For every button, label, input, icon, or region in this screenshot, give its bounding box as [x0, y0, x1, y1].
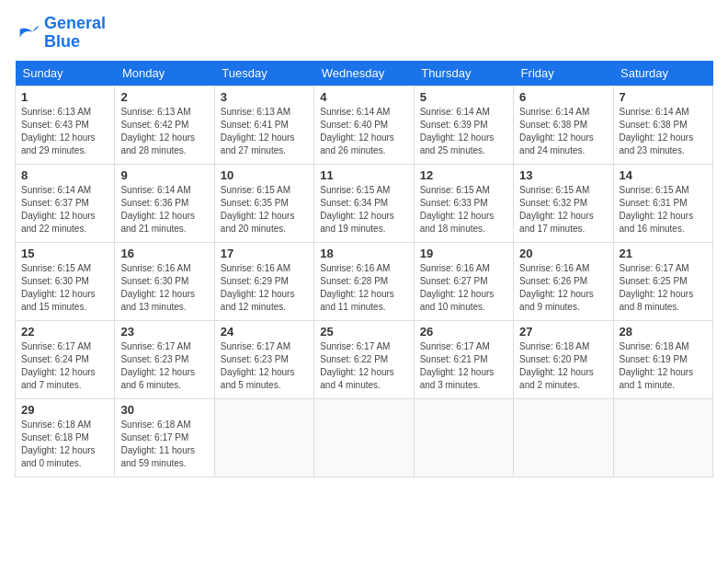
day-number: 26 — [420, 325, 507, 339]
day-number: 3 — [221, 90, 308, 104]
calendar-cell: 26 Sunrise: 6:17 AM Sunset: 6:21 PM Dayl… — [414, 320, 513, 398]
day-info: Sunrise: 6:16 AM Sunset: 6:26 PM Dayligh… — [519, 262, 607, 314]
day-number: 8 — [21, 168, 108, 182]
day-number: 6 — [519, 90, 607, 104]
calendar-cell: 3 Sunrise: 6:13 AM Sunset: 6:41 PM Dayli… — [214, 86, 313, 164]
calendar-cell: 1 Sunrise: 6:13 AM Sunset: 6:43 PM Dayli… — [16, 86, 115, 164]
calendar-week-row: 29 Sunrise: 6:18 AM Sunset: 6:18 PM Dayl… — [16, 398, 713, 477]
calendar-week-row: 22 Sunrise: 6:17 AM Sunset: 6:24 PM Dayl… — [16, 320, 713, 398]
day-info: Sunrise: 6:18 AM Sunset: 6:20 PM Dayligh… — [519, 340, 607, 392]
calendar-table: SundayMondayTuesdayWednesdayThursdayFrid… — [15, 61, 713, 477]
calendar-cell: 22 Sunrise: 6:17 AM Sunset: 6:24 PM Dayl… — [16, 320, 115, 398]
day-number: 16 — [120, 247, 208, 260]
day-info: Sunrise: 6:17 AM Sunset: 6:21 PM Dayligh… — [420, 340, 507, 392]
day-number: 12 — [420, 168, 507, 182]
day-info: Sunrise: 6:16 AM Sunset: 6:28 PM Dayligh… — [320, 262, 407, 314]
calendar-weekday-friday: Friday — [514, 61, 613, 86]
day-number: 28 — [620, 325, 707, 339]
logo-line1: General — [44, 15, 106, 33]
day-info: Sunrise: 6:17 AM Sunset: 6:25 PM Dayligh… — [620, 262, 707, 314]
calendar-week-row: 15 Sunrise: 6:15 AM Sunset: 6:30 PM Dayl… — [16, 242, 713, 320]
calendar-cell: 21 Sunrise: 6:17 AM Sunset: 6:25 PM Dayl… — [613, 242, 712, 320]
calendar-cell — [414, 398, 513, 477]
day-number: 30 — [120, 403, 208, 417]
page-header: General Blue — [15, 15, 713, 52]
calendar-cell: 25 Sunrise: 6:17 AM Sunset: 6:22 PM Dayl… — [314, 320, 414, 398]
day-number: 2 — [120, 90, 208, 104]
day-number: 1 — [21, 90, 108, 104]
day-info: Sunrise: 6:15 AM Sunset: 6:34 PM Dayligh… — [320, 184, 407, 236]
day-number: 9 — [120, 168, 208, 182]
day-info: Sunrise: 6:16 AM Sunset: 6:27 PM Dayligh… — [420, 262, 507, 314]
calendar-cell: 14 Sunrise: 6:15 AM Sunset: 6:31 PM Dayl… — [613, 164, 712, 242]
calendar-weekday-tuesday: Tuesday — [214, 61, 313, 86]
calendar-cell — [613, 398, 712, 477]
calendar-weekday-thursday: Thursday — [414, 61, 513, 86]
day-info: Sunrise: 6:14 AM Sunset: 6:39 PM Dayligh… — [420, 106, 507, 157]
calendar-week-row: 8 Sunrise: 6:14 AM Sunset: 6:37 PM Dayli… — [16, 164, 713, 242]
calendar-weekday-saturday: Saturday — [613, 61, 712, 86]
day-info: Sunrise: 6:15 AM Sunset: 6:31 PM Dayligh… — [620, 184, 707, 236]
calendar-cell: 28 Sunrise: 6:18 AM Sunset: 6:19 PM Dayl… — [613, 320, 712, 398]
day-info: Sunrise: 6:16 AM Sunset: 6:30 PM Dayligh… — [120, 262, 208, 314]
calendar-cell: 16 Sunrise: 6:16 AM Sunset: 6:30 PM Dayl… — [115, 242, 214, 320]
calendar-cell: 23 Sunrise: 6:17 AM Sunset: 6:23 PM Dayl… — [115, 320, 214, 398]
day-info: Sunrise: 6:18 AM Sunset: 6:19 PM Dayligh… — [620, 340, 707, 392]
day-number: 25 — [320, 325, 407, 339]
calendar-cell: 2 Sunrise: 6:13 AM Sunset: 6:42 PM Dayli… — [115, 86, 214, 164]
calendar-cell — [514, 398, 613, 477]
calendar-cell: 30 Sunrise: 6:18 AM Sunset: 6:17 PM Dayl… — [115, 398, 214, 477]
day-info: Sunrise: 6:15 AM Sunset: 6:32 PM Dayligh… — [519, 184, 607, 236]
calendar-weekday-sunday: Sunday — [16, 61, 115, 86]
day-number: 15 — [21, 247, 108, 260]
day-info: Sunrise: 6:17 AM Sunset: 6:23 PM Dayligh… — [221, 340, 308, 392]
calendar-cell: 4 Sunrise: 6:14 AM Sunset: 6:40 PM Dayli… — [314, 86, 414, 164]
day-info: Sunrise: 6:15 AM Sunset: 6:33 PM Dayligh… — [420, 184, 507, 236]
calendar-weekday-monday: Monday — [115, 61, 214, 86]
calendar-cell: 20 Sunrise: 6:16 AM Sunset: 6:26 PM Dayl… — [514, 242, 613, 320]
calendar-cell: 10 Sunrise: 6:15 AM Sunset: 6:35 PM Dayl… — [214, 164, 313, 242]
calendar-cell: 24 Sunrise: 6:17 AM Sunset: 6:23 PM Dayl… — [214, 320, 313, 398]
calendar-cell: 8 Sunrise: 6:14 AM Sunset: 6:37 PM Dayli… — [16, 164, 115, 242]
day-number: 23 — [120, 325, 208, 339]
day-info: Sunrise: 6:14 AM Sunset: 6:40 PM Dayligh… — [320, 106, 407, 157]
logo-line2: Blue — [44, 33, 106, 52]
calendar-cell: 27 Sunrise: 6:18 AM Sunset: 6:20 PM Dayl… — [514, 320, 613, 398]
day-info: Sunrise: 6:13 AM Sunset: 6:43 PM Dayligh… — [21, 106, 108, 157]
day-number: 27 — [519, 325, 607, 339]
day-number: 5 — [420, 90, 507, 104]
day-info: Sunrise: 6:17 AM Sunset: 6:23 PM Dayligh… — [120, 340, 208, 392]
calendar-cell: 6 Sunrise: 6:14 AM Sunset: 6:38 PM Dayli… — [514, 86, 613, 164]
calendar-cell: 12 Sunrise: 6:15 AM Sunset: 6:33 PM Dayl… — [414, 164, 513, 242]
calendar-cell: 17 Sunrise: 6:16 AM Sunset: 6:29 PM Dayl… — [214, 242, 313, 320]
day-number: 14 — [620, 168, 707, 182]
day-number: 19 — [420, 247, 507, 260]
day-number: 21 — [620, 247, 707, 260]
calendar-cell — [314, 398, 414, 477]
day-number: 24 — [221, 325, 308, 339]
calendar-cell: 18 Sunrise: 6:16 AM Sunset: 6:28 PM Dayl… — [314, 242, 414, 320]
day-info: Sunrise: 6:14 AM Sunset: 6:38 PM Dayligh… — [519, 106, 607, 157]
calendar-cell: 11 Sunrise: 6:15 AM Sunset: 6:34 PM Dayl… — [314, 164, 414, 242]
day-info: Sunrise: 6:14 AM Sunset: 6:36 PM Dayligh… — [120, 184, 208, 236]
day-number: 11 — [320, 168, 407, 182]
day-number: 18 — [320, 247, 407, 260]
day-info: Sunrise: 6:14 AM Sunset: 6:37 PM Dayligh… — [21, 184, 108, 236]
day-number: 13 — [519, 168, 607, 182]
calendar-cell: 13 Sunrise: 6:15 AM Sunset: 6:32 PM Dayl… — [514, 164, 613, 242]
calendar-cell: 5 Sunrise: 6:14 AM Sunset: 6:39 PM Dayli… — [414, 86, 513, 164]
calendar-cell: 7 Sunrise: 6:14 AM Sunset: 6:38 PM Dayli… — [613, 86, 712, 164]
calendar-header-row: SundayMondayTuesdayWednesdayThursdayFrid… — [16, 61, 713, 86]
day-info: Sunrise: 6:17 AM Sunset: 6:22 PM Dayligh… — [320, 340, 407, 392]
day-info: Sunrise: 6:14 AM Sunset: 6:38 PM Dayligh… — [620, 106, 707, 157]
logo-bird-icon — [15, 20, 40, 46]
calendar-cell: 15 Sunrise: 6:15 AM Sunset: 6:30 PM Dayl… — [16, 242, 115, 320]
day-number: 17 — [221, 247, 308, 260]
day-info: Sunrise: 6:18 AM Sunset: 6:17 PM Dayligh… — [120, 419, 208, 470]
calendar-week-row: 1 Sunrise: 6:13 AM Sunset: 6:43 PM Dayli… — [16, 86, 713, 164]
day-info: Sunrise: 6:18 AM Sunset: 6:18 PM Dayligh… — [21, 419, 108, 470]
calendar-cell: 9 Sunrise: 6:14 AM Sunset: 6:36 PM Dayli… — [115, 164, 214, 242]
day-number: 22 — [21, 325, 108, 339]
day-info: Sunrise: 6:15 AM Sunset: 6:30 PM Dayligh… — [21, 262, 108, 314]
calendar-cell — [214, 398, 313, 477]
